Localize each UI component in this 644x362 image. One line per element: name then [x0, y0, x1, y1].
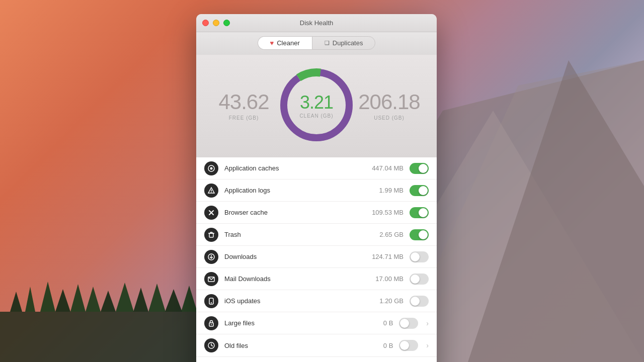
chart-area: 43.62 FREE (GB) 3.21 CLEAN (GB) 206.18 U…	[196, 55, 437, 157]
svg-marker-9	[10, 292, 22, 312]
tab-bar: ♥ Cleaner ❑ Duplicates	[196, 32, 437, 55]
trash-size: 2.65 GB	[363, 231, 404, 238]
old-files-chevron[interactable]: ›	[426, 341, 429, 349]
close-button[interactable]	[202, 20, 209, 26]
ios-updates-icon	[204, 294, 218, 308]
title-bar: Disk Health	[196, 14, 437, 32]
browser-cache-label: Browser cache	[224, 209, 357, 216]
browser-cache-toggle[interactable]	[410, 207, 429, 218]
used-value: 206.18	[357, 90, 422, 114]
list-item: Mail Downloads 17.00 MB	[196, 268, 437, 290]
svg-marker-16	[181, 286, 197, 312]
downloads-label: Downloads	[224, 253, 357, 260]
free-value: 43.62	[211, 90, 276, 114]
svg-line-41	[211, 345, 213, 346]
clean-center-value: 3.21	[299, 92, 333, 113]
svg-rect-27	[209, 233, 213, 237]
tab-cleaner[interactable]: ♥ Cleaner	[258, 36, 312, 50]
svg-rect-4	[0, 312, 201, 362]
downloads-size: 124.71 MB	[363, 253, 404, 260]
clean-center-label: CLEAN (GB)	[299, 113, 333, 119]
downloads-icon	[204, 250, 218, 264]
app-caches-icon	[204, 161, 218, 175]
traffic-lights	[202, 20, 230, 26]
cleaner-tab-label: Cleaner	[277, 39, 300, 47]
list-item: Downloads 124.71 MB	[196, 246, 437, 268]
svg-point-38	[211, 324, 212, 325]
app-logs-icon	[204, 184, 218, 198]
ios-updates-label: iOS updates	[224, 297, 357, 305]
free-label: FREE (GB)	[211, 115, 276, 121]
list-item: Trash 2.65 GB	[196, 224, 437, 246]
cleaner-tab-icon: ♥	[270, 39, 274, 47]
list-item: iOS updates 1.20 GB	[196, 290, 437, 312]
large-files-label: Large files	[224, 319, 347, 327]
svg-marker-10	[86, 287, 101, 312]
svg-marker-14	[148, 284, 166, 312]
used-label: USED (GB)	[357, 115, 422, 121]
list-item: Application caches 447.04 MB	[196, 157, 437, 179]
browser-cache-icon	[204, 206, 218, 220]
mail-downloads-label: Mail Downloads	[224, 275, 357, 283]
minimize-button[interactable]	[213, 20, 219, 26]
svg-marker-11	[101, 291, 116, 312]
app-caches-size: 447.04 MB	[363, 164, 404, 172]
app-logs-label: Application logs	[224, 187, 357, 194]
app-logs-toggle[interactable]	[410, 185, 429, 196]
old-files-label: Old files	[224, 342, 347, 349]
svg-marker-7	[55, 289, 70, 312]
old-files-toggle[interactable]	[399, 340, 418, 351]
old-files-size: 0 B	[353, 342, 393, 349]
svg-marker-12	[116, 283, 134, 312]
duplicates-tab-label: Duplicates	[333, 39, 363, 47]
large-files-size: 0 B	[353, 319, 393, 327]
svg-marker-8	[70, 284, 86, 312]
list-item: Old files 0 B ›	[196, 334, 437, 356]
duplicates-tab-icon: ❑	[325, 40, 330, 46]
large-files-chevron[interactable]: ›	[426, 319, 429, 327]
free-stat: 43.62 FREE (GB)	[211, 90, 276, 121]
svg-point-21	[210, 167, 213, 169]
svg-marker-15	[165, 289, 182, 312]
tab-duplicates[interactable]: ❑ Duplicates	[312, 36, 376, 50]
trash-label: Trash	[224, 231, 357, 238]
trash-icon	[204, 228, 218, 242]
svg-marker-5	[25, 287, 35, 312]
maximize-button[interactable]	[223, 20, 230, 26]
donut-chart: 3.21 CLEAN (GB)	[276, 65, 357, 145]
mail-downloads-toggle[interactable]	[410, 274, 429, 285]
svg-marker-6	[40, 282, 55, 312]
app-caches-label: Application caches	[224, 164, 357, 172]
clean-bar: CLEAN	[196, 356, 437, 362]
app-caches-toggle[interactable]	[410, 163, 429, 174]
items-list: Application caches 447.04 MB Application…	[196, 157, 437, 356]
mail-downloads-icon	[204, 272, 218, 286]
donut-center: 3.21 CLEAN (GB)	[299, 92, 333, 119]
large-files-icon	[204, 316, 218, 330]
list-item: Application logs 1.99 MB	[196, 179, 437, 202]
downloads-toggle[interactable]	[410, 251, 429, 262]
app-window: Disk Health ♥ Cleaner ❑ Duplicates 43.62…	[196, 14, 437, 362]
old-files-icon	[204, 338, 218, 352]
large-files-toggle[interactable]	[399, 318, 418, 329]
used-stat: 206.18 USED (GB)	[357, 90, 422, 121]
trash-toggle[interactable]	[410, 229, 429, 240]
list-item: Large files 0 B ›	[196, 312, 437, 334]
svg-point-24	[211, 192, 212, 193]
app-logs-size: 1.99 MB	[363, 187, 404, 194]
trees-graphic	[0, 261, 201, 362]
ios-updates-size: 1.20 GB	[363, 297, 404, 305]
window-title: Disk Health	[300, 19, 333, 27]
browser-cache-size: 109.53 MB	[363, 209, 404, 216]
ios-updates-toggle[interactable]	[410, 296, 429, 307]
list-item: Browser cache 109.53 MB	[196, 202, 437, 224]
svg-marker-13	[133, 288, 148, 312]
mail-downloads-size: 17.00 MB	[363, 275, 404, 283]
